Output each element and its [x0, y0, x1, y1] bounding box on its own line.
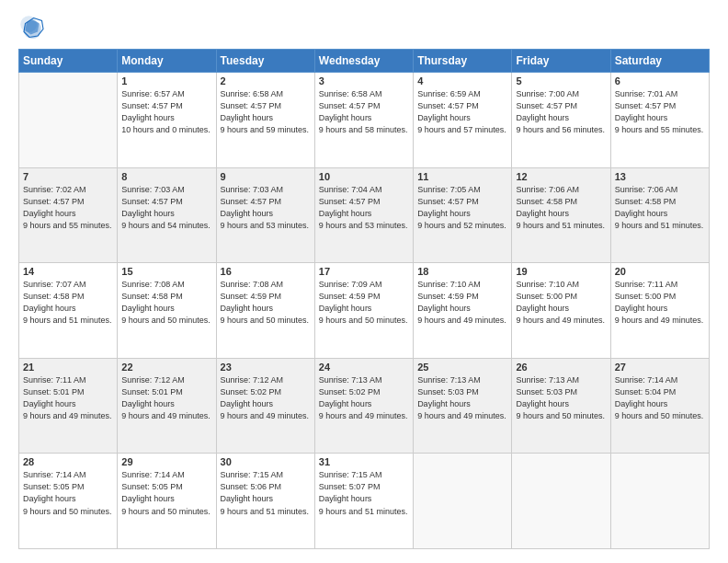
day-number: 15 — [121, 266, 211, 277]
calendar-day-cell: 7 Sunrise: 7:02 AM Sunset: 4:57 PM Dayli… — [19, 167, 118, 263]
day-number: 21 — [23, 362, 113, 373]
calendar-day-cell: 31 Sunrise: 7:15 AM Sunset: 5:07 PM Dayl… — [314, 454, 413, 549]
calendar-day-cell: 10 Sunrise: 7:04 AM Sunset: 4:57 PM Dayl… — [314, 167, 413, 263]
calendar-week-row: 14 Sunrise: 7:07 AM Sunset: 4:58 PM Dayl… — [19, 263, 710, 359]
day-info: Sunrise: 7:08 AM Sunset: 4:58 PM Dayligh… — [121, 279, 211, 327]
calendar-week-row: 28 Sunrise: 7:14 AM Sunset: 5:05 PM Dayl… — [19, 454, 710, 549]
day-number: 23 — [221, 362, 311, 373]
day-info: Sunrise: 7:11 AM Sunset: 5:00 PM Dayligh… — [615, 279, 705, 327]
day-number: 19 — [516, 266, 606, 277]
day-info: Sunrise: 7:08 AM Sunset: 4:59 PM Dayligh… — [221, 279, 311, 327]
calendar-weekday: Saturday — [610, 50, 709, 73]
calendar-week-row: 1 Sunrise: 6:57 AM Sunset: 4:57 PM Dayli… — [19, 73, 710, 168]
day-info: Sunrise: 6:59 AM Sunset: 4:57 PM Dayligh… — [417, 88, 507, 136]
day-info: Sunrise: 7:00 AM Sunset: 4:57 PM Dayligh… — [516, 88, 606, 136]
calendar-day-cell: 12 Sunrise: 7:06 AM Sunset: 4:58 PM Dayl… — [512, 167, 610, 263]
day-number: 11 — [417, 171, 507, 182]
day-info: Sunrise: 7:15 AM Sunset: 5:06 PM Dayligh… — [221, 469, 311, 517]
calendar-day-cell: 25 Sunrise: 7:13 AM Sunset: 5:03 PM Dayl… — [414, 358, 512, 454]
calendar-day-cell: 1 Sunrise: 6:57 AM Sunset: 4:57 PM Dayli… — [118, 73, 216, 168]
day-number: 7 — [23, 171, 113, 182]
calendar-day-cell — [610, 454, 709, 549]
day-number: 27 — [615, 362, 705, 373]
day-number: 24 — [319, 362, 409, 373]
day-number: 20 — [615, 266, 705, 277]
day-info: Sunrise: 7:09 AM Sunset: 4:59 PM Dayligh… — [319, 279, 409, 327]
day-info: Sunrise: 6:58 AM Sunset: 4:57 PM Dayligh… — [221, 88, 311, 136]
calendar-day-cell — [19, 73, 118, 168]
logo-icon — [18, 14, 46, 41]
day-number: 22 — [121, 362, 211, 373]
calendar-day-cell: 13 Sunrise: 7:06 AM Sunset: 4:58 PM Dayl… — [610, 167, 709, 263]
day-info: Sunrise: 7:12 AM Sunset: 5:02 PM Dayligh… — [221, 374, 311, 422]
day-number: 12 — [516, 171, 606, 182]
day-number: 16 — [221, 266, 311, 277]
calendar-day-cell: 16 Sunrise: 7:08 AM Sunset: 4:59 PM Dayl… — [216, 263, 314, 359]
day-info: Sunrise: 7:06 AM Sunset: 4:58 PM Dayligh… — [615, 184, 705, 232]
calendar-weekday: Thursday — [414, 50, 512, 73]
day-info: Sunrise: 7:07 AM Sunset: 4:58 PM Dayligh… — [23, 279, 113, 327]
calendar-weekday: Sunday — [19, 50, 118, 73]
calendar-day-cell: 17 Sunrise: 7:09 AM Sunset: 4:59 PM Dayl… — [314, 263, 413, 359]
day-number: 3 — [319, 75, 409, 86]
day-number: 28 — [23, 456, 113, 467]
day-number: 26 — [516, 362, 606, 373]
day-info: Sunrise: 7:10 AM Sunset: 4:59 PM Dayligh… — [417, 279, 507, 327]
day-number: 18 — [417, 266, 507, 277]
calendar-day-cell: 15 Sunrise: 7:08 AM Sunset: 4:58 PM Dayl… — [118, 263, 216, 359]
day-info: Sunrise: 7:06 AM Sunset: 4:58 PM Dayligh… — [516, 184, 606, 232]
calendar-table: SundayMondayTuesdayWednesdayThursdayFrid… — [18, 49, 710, 549]
calendar-weekday: Monday — [118, 50, 216, 73]
day-number: 4 — [417, 75, 507, 86]
calendar-day-cell: 26 Sunrise: 7:13 AM Sunset: 5:03 PM Dayl… — [512, 358, 610, 454]
day-number: 13 — [615, 171, 705, 182]
calendar-day-cell: 30 Sunrise: 7:15 AM Sunset: 5:06 PM Dayl… — [216, 454, 314, 549]
calendar-day-cell: 22 Sunrise: 7:12 AM Sunset: 5:01 PM Dayl… — [118, 358, 216, 454]
day-number: 6 — [615, 75, 705, 86]
day-info: Sunrise: 7:14 AM Sunset: 5:05 PM Dayligh… — [23, 469, 113, 517]
day-number: 29 — [121, 456, 211, 467]
day-info: Sunrise: 7:01 AM Sunset: 4:57 PM Dayligh… — [615, 88, 705, 136]
calendar-weekday: Tuesday — [216, 50, 314, 73]
calendar-day-cell: 28 Sunrise: 7:14 AM Sunset: 5:05 PM Dayl… — [19, 454, 118, 549]
day-info: Sunrise: 6:57 AM Sunset: 4:57 PM Dayligh… — [121, 88, 211, 136]
calendar-day-cell: 5 Sunrise: 7:00 AM Sunset: 4:57 PM Dayli… — [512, 73, 610, 168]
day-info: Sunrise: 7:14 AM Sunset: 5:05 PM Dayligh… — [121, 469, 211, 517]
calendar-day-cell: 24 Sunrise: 7:13 AM Sunset: 5:02 PM Dayl… — [314, 358, 413, 454]
day-info: Sunrise: 7:04 AM Sunset: 4:57 PM Dayligh… — [319, 184, 409, 232]
calendar-day-cell: 14 Sunrise: 7:07 AM Sunset: 4:58 PM Dayl… — [19, 263, 118, 359]
day-info: Sunrise: 7:11 AM Sunset: 5:01 PM Dayligh… — [23, 374, 113, 422]
day-number: 1 — [121, 75, 211, 86]
calendar-day-cell: 9 Sunrise: 7:03 AM Sunset: 4:57 PM Dayli… — [216, 167, 314, 263]
day-info: Sunrise: 6:58 AM Sunset: 4:57 PM Dayligh… — [319, 88, 409, 136]
calendar-header-row: SundayMondayTuesdayWednesdayThursdayFrid… — [19, 50, 710, 73]
day-number: 25 — [417, 362, 507, 373]
calendar-day-cell: 27 Sunrise: 7:14 AM Sunset: 5:04 PM Dayl… — [610, 358, 709, 454]
calendar-day-cell: 29 Sunrise: 7:14 AM Sunset: 5:05 PM Dayl… — [118, 454, 216, 549]
day-info: Sunrise: 7:02 AM Sunset: 4:57 PM Dayligh… — [23, 184, 113, 232]
day-info: Sunrise: 7:10 AM Sunset: 5:00 PM Dayligh… — [516, 279, 606, 327]
calendar-day-cell: 18 Sunrise: 7:10 AM Sunset: 4:59 PM Dayl… — [414, 263, 512, 359]
calendar-week-row: 7 Sunrise: 7:02 AM Sunset: 4:57 PM Dayli… — [19, 167, 710, 263]
calendar-day-cell: 21 Sunrise: 7:11 AM Sunset: 5:01 PM Dayl… — [19, 358, 118, 454]
calendar-day-cell: 2 Sunrise: 6:58 AM Sunset: 4:57 PM Dayli… — [216, 73, 314, 168]
day-number: 8 — [121, 171, 211, 182]
day-number: 5 — [516, 75, 606, 86]
calendar-day-cell: 4 Sunrise: 6:59 AM Sunset: 4:57 PM Dayli… — [414, 73, 512, 168]
calendar-day-cell: 11 Sunrise: 7:05 AM Sunset: 4:57 PM Dayl… — [414, 167, 512, 263]
day-number: 31 — [319, 456, 409, 467]
day-info: Sunrise: 7:03 AM Sunset: 4:57 PM Dayligh… — [121, 184, 211, 232]
day-info: Sunrise: 7:13 AM Sunset: 5:02 PM Dayligh… — [319, 374, 409, 422]
calendar-weekday: Wednesday — [314, 50, 413, 73]
day-info: Sunrise: 7:13 AM Sunset: 5:03 PM Dayligh… — [417, 374, 507, 422]
day-number: 9 — [221, 171, 311, 182]
logo — [18, 14, 50, 41]
page: SundayMondayTuesdayWednesdayThursdayFrid… — [0, 0, 728, 563]
day-info: Sunrise: 7:15 AM Sunset: 5:07 PM Dayligh… — [319, 469, 409, 517]
calendar-day-cell: 8 Sunrise: 7:03 AM Sunset: 4:57 PM Dayli… — [118, 167, 216, 263]
day-number: 14 — [23, 266, 113, 277]
day-info: Sunrise: 7:03 AM Sunset: 4:57 PM Dayligh… — [221, 184, 311, 232]
day-info: Sunrise: 7:13 AM Sunset: 5:03 PM Dayligh… — [516, 374, 606, 422]
day-info: Sunrise: 7:05 AM Sunset: 4:57 PM Dayligh… — [417, 184, 507, 232]
day-number: 10 — [319, 171, 409, 182]
